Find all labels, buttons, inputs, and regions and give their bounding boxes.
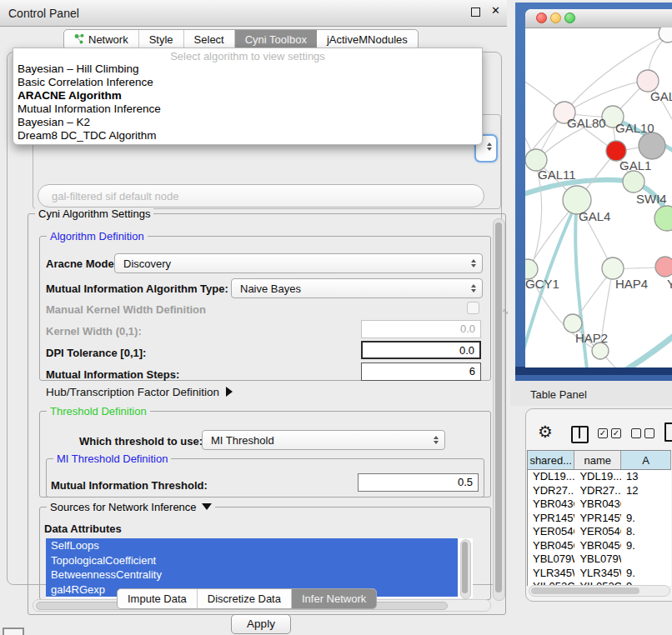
cyni-settings-legend: Cyni Algorithm Settings: [35, 208, 153, 220]
tab-label: Select: [194, 33, 224, 46]
algorithm-option[interactable]: Basic Correlation Inference: [13, 76, 482, 89]
data-attributes-label: Data Attributes: [44, 522, 122, 535]
node-pink-right[interactable]: [655, 257, 672, 277]
table-horizontal-scrollbar[interactable]: [529, 585, 670, 597]
mi-threshold-label: Mutual Information Threshold:: [51, 479, 208, 492]
node-bottom-partial[interactable]: [592, 342, 609, 359]
stepper-icon: [471, 284, 476, 292]
collapsed-arrow-icon: [226, 387, 233, 397]
manual-kernel-label: Manual Kernel Width Definition: [46, 303, 206, 316]
manual-kernel-checkbox[interactable]: [467, 302, 479, 314]
checkbox-checked-icon[interactable]: ✓: [598, 428, 608, 438]
column-header-name[interactable]: name: [574, 451, 621, 469]
column-header-A[interactable]: A: [621, 451, 671, 469]
aracne-mode-combo[interactable]: Discovery: [114, 253, 483, 273]
kernel-width-field[interactable]: 0.0: [361, 320, 481, 338]
which-threshold-label: Which threshold to use:: [79, 435, 203, 448]
table-row[interactable]: YBR043CYBR043C: [528, 498, 671, 512]
tab-infer-network[interactable]: Infer Network: [292, 589, 376, 608]
tab-label: Network: [88, 33, 128, 46]
which-threshold-combo[interactable]: MI Threshold: [202, 430, 445, 450]
table-cell: YBR043C: [528, 498, 574, 512]
columns-icon[interactable]: [571, 426, 589, 443]
node-hap2[interactable]: [564, 314, 582, 332]
algorithm-option[interactable]: Bayesian – Hill Climbing: [13, 62, 482, 76]
table-row[interactable]: YBR045CYBR045C9.: [528, 539, 671, 553]
attribute-item-selected[interactable]: SelfLoops: [46, 538, 458, 553]
mi-threshold-field[interactable]: 0.5: [358, 473, 479, 492]
algorithm-popup: Select algorithm to view settings Bayesi…: [13, 48, 483, 145]
bottom-left-partial-button[interactable]: [3, 628, 24, 635]
algorithm-option[interactable]: Mutual Information Inference: [13, 102, 482, 116]
table-cell: 12: [621, 484, 671, 498]
mi-type-label: Mutual Information Algorithm Type:: [46, 282, 228, 295]
control-panel-title: Control Panel: [8, 7, 79, 20]
sources-legend[interactable]: Sources for Network Inference: [47, 501, 215, 513]
table-row[interactable]: YDR27...YDR27...12: [528, 484, 671, 498]
table-row[interactable]: YBL079WYBL079W: [528, 552, 671, 567]
kernel-width-label: Kernel Width (0,1):: [46, 325, 142, 338]
network-node-labels: GALGAL80GAL10GAL1GAL11SWI4GAL4GCY1HAP4YH…: [525, 89, 672, 345]
node-green-right[interactable]: [654, 206, 672, 231]
attribute-item-selected[interactable]: TopologicalCoefficient: [46, 553, 458, 568]
tab-network[interactable]: Network: [64, 30, 139, 49]
aracne-mode-label: Aracne Mode:: [46, 258, 118, 270]
node-hap4-label: HAP4: [615, 277, 648, 291]
checkbox-unchecked-icon[interactable]: [644, 428, 654, 438]
table-row[interactable]: YER054CYER054C8.: [528, 525, 671, 539]
table-data-combo[interactable]: gal-filtered sif default node: [38, 184, 484, 208]
mi-type-value: Naive Bayes: [240, 282, 301, 295]
algorithm-option[interactable]: ARACNE Algorithm: [13, 89, 482, 102]
float-window-icon[interactable]: [471, 8, 480, 17]
table-row[interactable]: YPR145WYPR145W9.: [528, 512, 671, 526]
algorithm-option[interactable]: Dream8 DC_TDC Algorithm: [13, 129, 482, 142]
document-icon[interactable]: [664, 422, 672, 442]
network-canvas[interactable]: GALGAL80GAL10GAL1GAL11SWI4GAL4GCY1HAP4YH…: [525, 28, 672, 368]
tab-jactivemnodules[interactable]: jActiveMNodules: [317, 30, 418, 49]
checkbox-checked-icon[interactable]: ✓: [611, 428, 621, 438]
table-row[interactable]: YLR345WYLR345W9.: [528, 567, 671, 581]
mi-steps-field[interactable]: 6: [361, 362, 481, 381]
splitter-handle[interactable]: ∿: [502, 307, 509, 316]
tab-cyni-toolbox[interactable]: Cyni Toolbox: [235, 30, 317, 49]
settings-vertical-scrollbar[interactable]: [493, 218, 505, 601]
table-cell: YDR27...: [574, 484, 621, 498]
table-header-row: shared...nameA: [528, 451, 671, 470]
control-panel: Control Panel ✕ NetworkStyleSelectCyni T…: [0, 0, 507, 635]
node-swi4[interactable]: [623, 171, 644, 192]
table-cell: YBR043C: [574, 498, 621, 512]
apply-button[interactable]: Apply: [231, 614, 291, 634]
table-scrollbar-thumb[interactable]: [531, 588, 639, 594]
dpi-tolerance-field[interactable]: 0.0: [361, 341, 481, 359]
table-cell: YBL079W: [574, 552, 621, 567]
table-row[interactable]: YDL19...YDL19...13: [528, 470, 671, 484]
zoom-traffic-light-icon[interactable]: [564, 12, 575, 23]
attribute-item-selected[interactable]: BetweennessCentrality: [46, 568, 458, 582]
attributes-scrollbar[interactable]: [460, 539, 471, 599]
hub-definition-toggle[interactable]: Hub/Transcription Factor Definition: [46, 386, 233, 398]
tab-discretize-data[interactable]: Discretize Data: [198, 589, 292, 608]
table-cell: YLR345W: [528, 567, 574, 581]
table-cell: YDL19...: [574, 470, 621, 484]
mi-type-combo[interactable]: Naive Bayes: [231, 278, 483, 298]
stepper-icon: [434, 436, 439, 444]
node-gray[interactable]: [639, 132, 665, 159]
network-window-titlebar[interactable]: [525, 9, 672, 28]
close-icon[interactable]: ✕: [491, 4, 500, 17]
minimize-traffic-light-icon[interactable]: [550, 12, 561, 23]
gear-icon[interactable]: ⚙: [538, 422, 553, 442]
column-header-shared[interactable]: shared...: [528, 451, 574, 469]
checkbox-unchecked-icon[interactable]: [631, 428, 641, 438]
tab-select[interactable]: Select: [184, 30, 235, 49]
close-traffic-light-icon[interactable]: [536, 12, 547, 23]
tab-impute-data[interactable]: Impute Data: [118, 589, 198, 608]
node-top-partial[interactable]: [659, 28, 672, 42]
tab-label: jActiveMNodules: [327, 33, 408, 46]
algorithm-definition-legend: Algorithm Definition: [47, 230, 148, 242]
tab-style[interactable]: Style: [139, 30, 184, 49]
data-tools-tabbar: Impute DataDiscretize DataInfer Network: [117, 588, 377, 609]
algorithm-option[interactable]: Bayesian – K2: [13, 116, 482, 129]
node-gal80-label: GAL80: [567, 116, 606, 130]
table-cell: [621, 498, 671, 512]
node-table[interactable]: shared...nameA YDL19...YDL19...13YDR27..…: [527, 450, 671, 586]
